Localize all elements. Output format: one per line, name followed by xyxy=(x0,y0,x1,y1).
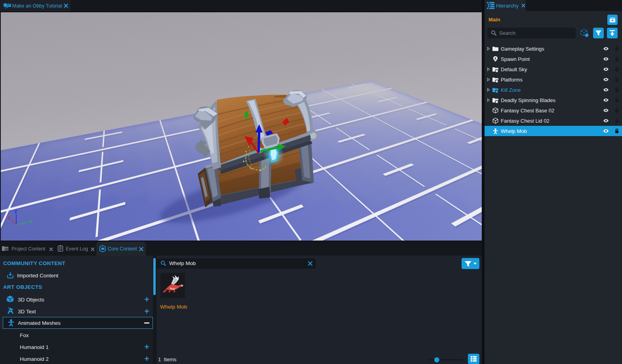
svg-text:Y: Y xyxy=(29,220,32,224)
svg-text:X: X xyxy=(8,216,11,220)
svg-text:Z: Z xyxy=(15,210,17,214)
